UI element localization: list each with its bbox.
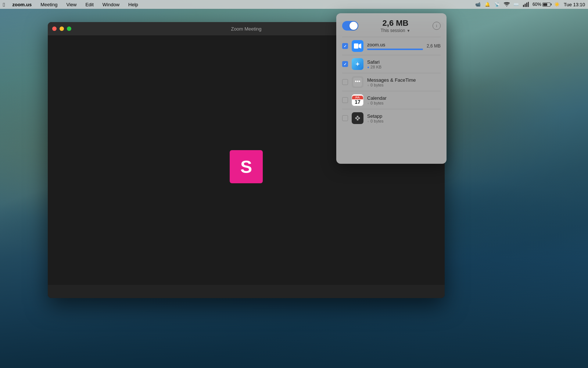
airplay-icon[interactable]: 📡 (494, 1, 500, 7)
zoom-footer (48, 285, 445, 298)
svg-point-10 (357, 81, 358, 82)
svg-rect-0 (523, 5, 524, 7)
desktop:  zoom.us Meeting View Edit Window Help … (0, 0, 588, 368)
menubar:  zoom.us Meeting View Edit Window Help … (0, 0, 588, 9)
zoom-window-title: Zoom Meeting (231, 26, 261, 32)
svg-point-13 (354, 114, 361, 122)
app-row-setapp[interactable]: Setapp ● 0 bytes (336, 109, 447, 127)
safari-app-info: Safari ● 28 KB (367, 59, 441, 69)
network-panel: 2,6 MB This session ▼ i zoom.us (336, 13, 447, 164)
wifi-icon[interactable] (504, 1, 510, 7)
messages-app-name: Messages & FaceTime (367, 77, 441, 83)
camera-icon[interactable]: 📹 (475, 1, 481, 7)
messages-app-icon (352, 76, 363, 88)
window-controls (52, 26, 71, 31)
apple-menu[interactable]:  (3, 1, 5, 8)
svg-marker-5 (359, 43, 361, 49)
svg-rect-1 (524, 4, 526, 7)
calendar-day: 17 (355, 99, 361, 105)
app-checkbox-setapp[interactable] (342, 115, 348, 121)
battery-percent-label: 60% (533, 2, 541, 7)
chevron-down-icon: ▼ (406, 29, 410, 33)
safari-app-icon (352, 58, 363, 70)
calendar-app-info: Calendar ● 0 bytes (367, 95, 441, 105)
zoom-app-icon (352, 40, 363, 52)
setapp-app-name: Setapp (367, 113, 441, 119)
battery-indicator: 60% (533, 2, 551, 7)
svg-point-15 (358, 117, 360, 119)
svg-rect-4 (354, 43, 358, 49)
app-checkbox-zoom[interactable] (342, 43, 348, 49)
app-menu-zoom[interactable]: zoom.us (11, 2, 33, 7)
datetime-label[interactable]: Tue 13:10 (564, 2, 585, 7)
panel-header: 2,6 MB This session ▼ i (336, 13, 447, 37)
zoom-app-name: zoom.us (367, 42, 423, 47)
session-label: This session (381, 28, 405, 33)
svg-point-11 (359, 81, 360, 82)
safari-app-usage: ● 28 KB (367, 65, 441, 69)
network-monitor-icon[interactable] (523, 1, 529, 7)
zoom-app-size: 2,6 MB (427, 43, 441, 49)
calendar-app-icon: JUL 17 (352, 94, 363, 106)
panel-toggle[interactable] (342, 21, 358, 31)
info-button[interactable]: i (433, 22, 441, 30)
brightness-icon[interactable]: ☀️ (554, 1, 560, 7)
menu-edit[interactable]: Edit (84, 2, 95, 7)
total-data-label: 2,6 MB (358, 18, 433, 28)
svg-point-17 (357, 119, 359, 121)
svg-point-9 (355, 81, 356, 82)
zoom-usage-bar (367, 49, 423, 50)
svg-point-14 (355, 117, 357, 119)
setapp-app-icon (352, 112, 363, 124)
session-selector[interactable]: This session ▼ (358, 28, 433, 33)
menu-window[interactable]: Window (101, 2, 121, 7)
keyboard-icon[interactable]: ⌨️ (513, 1, 519, 7)
panel-total: 2,6 MB This session ▼ (358, 18, 433, 33)
svg-rect-2 (526, 3, 527, 7)
app-row-calendar[interactable]: JUL 17 Calendar ● 0 bytes (336, 91, 447, 109)
app-checkbox-calendar[interactable] (342, 97, 348, 103)
menu-help[interactable]: Help (127, 2, 140, 7)
calendar-app-usage: ● 0 bytes (367, 101, 441, 105)
messages-app-usage: ● 0 bytes (367, 83, 441, 87)
setapp-app-usage: ● 0 bytes (367, 119, 441, 123)
minimize-button[interactable] (60, 26, 64, 31)
menu-meeting[interactable]: Meeting (39, 2, 59, 7)
bell-icon[interactable]: 🔔 (485, 1, 491, 7)
calendar-app-name: Calendar (367, 95, 441, 101)
svg-rect-3 (528, 2, 529, 7)
maximize-button[interactable] (67, 26, 71, 31)
svg-point-16 (357, 116, 359, 118)
app-checkbox-safari[interactable] (342, 61, 348, 67)
app-row-safari[interactable]: Safari ● 28 KB (336, 55, 447, 73)
messages-app-info: Messages & FaceTime ● 0 bytes (367, 77, 441, 87)
app-checkbox-messages[interactable] (342, 79, 348, 85)
panel-footer-space (336, 127, 447, 164)
app-row-zoom[interactable]: zoom.us 2,6 MB (336, 37, 447, 55)
battery-icon (542, 3, 551, 7)
zoom-app-info: zoom.us (367, 42, 423, 50)
menu-view[interactable]: View (65, 2, 78, 7)
close-button[interactable] (52, 26, 57, 31)
safari-app-name: Safari (367, 59, 441, 65)
setapp-app-info: Setapp ● 0 bytes (367, 113, 441, 123)
participant-initial: S (240, 157, 252, 177)
participant-avatar: S (230, 150, 263, 183)
app-row-messages[interactable]: Messages & FaceTime ● 0 bytes (336, 73, 447, 91)
